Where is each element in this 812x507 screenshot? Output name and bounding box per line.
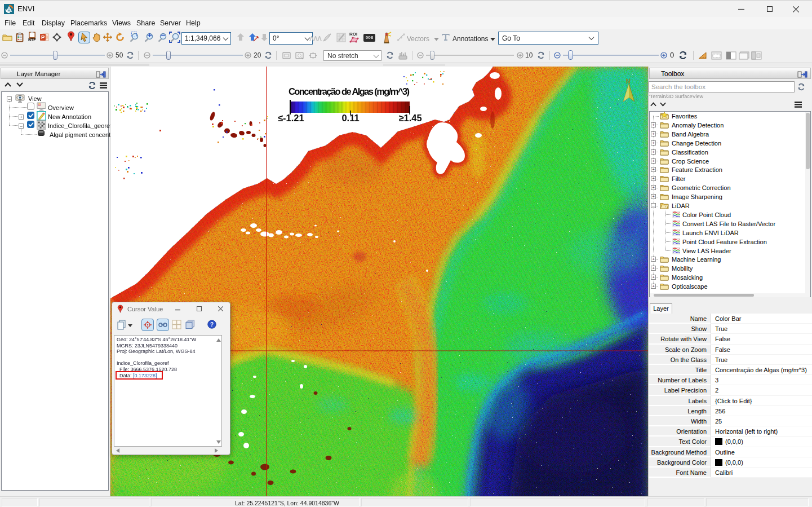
svg-text:≥1.45: ≥1.45 xyxy=(398,113,421,123)
svg-text:?: ? xyxy=(210,321,214,328)
svg-text:0.11: 0.11 xyxy=(341,113,359,123)
svg-text:Concentração de Algas (mg/m^3): Concentração de Algas (mg/m^3) xyxy=(289,86,410,96)
svg-text:≤-1.21: ≤-1.21 xyxy=(278,113,304,123)
svg-text:N: N xyxy=(626,78,630,85)
